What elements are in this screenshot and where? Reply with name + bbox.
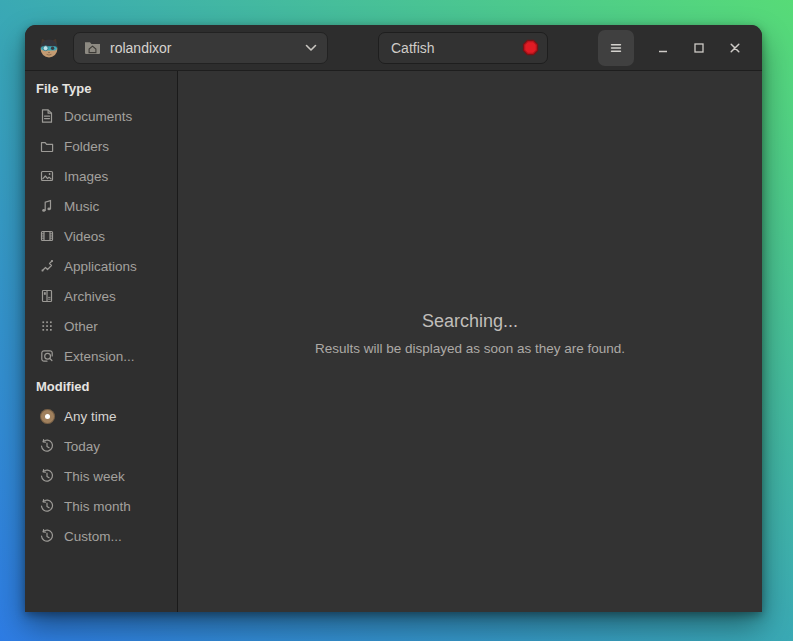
location-label: rolandixor <box>110 40 305 56</box>
history-clock-icon <box>39 468 55 484</box>
sidebar-item-custom[interactable]: Custom... <box>25 521 177 551</box>
sidebar-item-any-time[interactable]: Any time <box>25 401 177 431</box>
results-pane: Searching... Results will be displayed a… <box>178 71 762 612</box>
hamburger-menu-icon <box>608 40 624 56</box>
archive-icon <box>39 288 55 304</box>
sidebar-item-music[interactable]: Music <box>25 191 177 221</box>
sidebar-item-today[interactable]: Today <box>25 431 177 461</box>
stop-search-icon[interactable] <box>522 39 539 56</box>
home-folder-icon <box>84 40 101 55</box>
status-subtitle: Results will be displayed as soon as the… <box>315 341 625 356</box>
film-icon <box>39 228 55 244</box>
filter-sidebar: File Type Documents Folders <box>25 71 178 612</box>
history-clock-icon <box>39 498 55 514</box>
radio-selected-icon <box>39 408 55 424</box>
catfish-window: rolandixor <box>25 25 762 612</box>
sidebar-item-other[interactable]: Other <box>25 311 177 341</box>
chevron-down-icon <box>305 44 317 52</box>
menu-button[interactable] <box>598 30 634 66</box>
history-clock-icon <box>39 438 55 454</box>
catfish-app-icon <box>37 36 61 60</box>
sidebar-item-this-month[interactable]: This month <box>25 491 177 521</box>
sidebar-item-archives[interactable]: Archives <box>25 281 177 311</box>
close-button[interactable] <box>720 33 750 63</box>
minimize-icon <box>655 40 671 56</box>
sidebar-item-applications[interactable]: Applications <box>25 251 177 281</box>
search-status: Searching... Results will be displayed a… <box>315 311 625 356</box>
sidebar-section-modified: Modified <box>25 371 177 401</box>
minimize-button[interactable] <box>648 33 678 63</box>
folder-icon <box>39 138 55 154</box>
status-title: Searching... <box>315 311 625 332</box>
extension-search-icon <box>39 348 55 364</box>
titlebar[interactable]: rolandixor <box>25 25 762 71</box>
image-icon <box>39 168 55 184</box>
sidebar-item-videos[interactable]: Videos <box>25 221 177 251</box>
search-input-wrapper[interactable] <box>378 32 548 64</box>
close-icon <box>727 40 743 56</box>
applications-icon <box>39 258 55 274</box>
maximize-icon <box>691 40 707 56</box>
sidebar-item-this-week[interactable]: This week <box>25 461 177 491</box>
sidebar-item-extension[interactable]: Extension... <box>25 341 177 371</box>
window-content: File Type Documents Folders <box>25 71 762 612</box>
sidebar-section-file-type: File Type <box>25 75 177 101</box>
sidebar-item-documents[interactable]: Documents <box>25 101 177 131</box>
search-input[interactable] <box>391 40 522 56</box>
sidebar-item-folders[interactable]: Folders <box>25 131 177 161</box>
location-dropdown-button[interactable]: rolandixor <box>73 32 328 64</box>
maximize-button[interactable] <box>684 33 714 63</box>
history-clock-icon <box>39 528 55 544</box>
document-icon <box>39 108 55 124</box>
sidebar-item-images[interactable]: Images <box>25 161 177 191</box>
music-note-icon <box>39 198 55 214</box>
grid-dots-icon <box>39 318 55 334</box>
